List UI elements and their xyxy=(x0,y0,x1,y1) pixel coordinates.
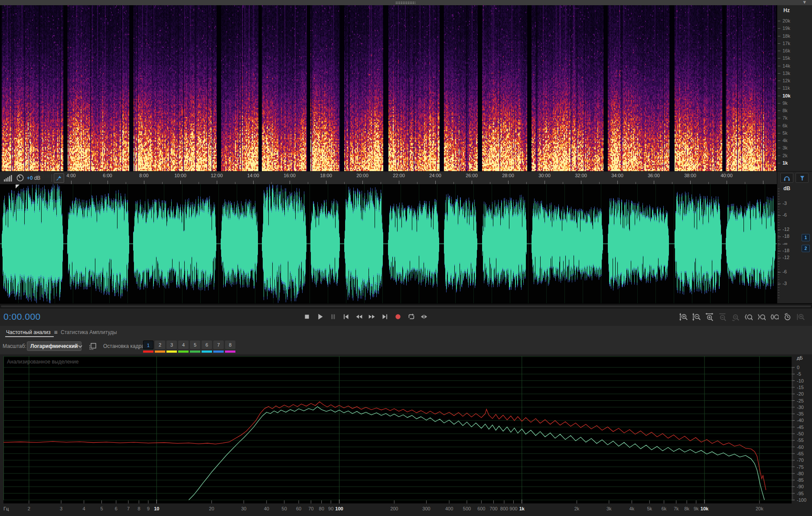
timeline-label: 20:00 xyxy=(353,173,372,178)
plot-x-label: 30 xyxy=(241,506,246,511)
zoom-time-button[interactable] xyxy=(781,311,793,322)
hz-tick xyxy=(778,126,780,126)
db-plot-axis-title: дБ xyxy=(797,355,803,360)
db-tick xyxy=(778,258,781,258)
freeze-frame-4[interactable]: 4 xyxy=(178,341,189,353)
zoom-in-vertical-button[interactable] xyxy=(677,311,689,322)
plot-x-label: 3 xyxy=(60,506,62,511)
play-button[interactable] xyxy=(314,311,326,323)
skip-playhead-button[interactable] xyxy=(418,311,430,323)
drag-handle-dots[interactable] xyxy=(395,1,415,4)
db-tick-label: -12 xyxy=(783,255,789,260)
timeline-label: 6:00 xyxy=(98,173,117,178)
freeze-frame-8[interactable]: 8 xyxy=(225,341,235,353)
timeline-label: 24:00 xyxy=(426,173,445,178)
frequency-ruler[interactable]: Hz 20k19k18k17k16k15k14k13k12k11k10k9k8k… xyxy=(777,5,812,171)
timeline-label: 14:00 xyxy=(244,173,263,178)
hz-tick-label: 17k xyxy=(783,41,790,46)
hz-tick xyxy=(778,96,780,96)
zoom-full-vertical-button[interactable] xyxy=(794,311,806,322)
freeze-frame-color-bar xyxy=(143,350,153,353)
hz-tick-label: 3k xyxy=(783,145,788,150)
plot-x-axis: Гц 2345678910203040506070809010020030040… xyxy=(0,505,795,514)
freeze-frame-5[interactable]: 5 xyxy=(190,341,200,353)
freeze-frame-1[interactable]: 1 xyxy=(143,341,153,353)
timeline-label: 36:00 xyxy=(644,173,663,178)
freeze-frame-6[interactable]: 6 xyxy=(202,341,212,353)
waveform-panel: dB -3-6-12-18-∞-18-12-6-3 12 xyxy=(0,184,812,303)
timeline-ruler[interactable]: 2:004:006:008:0010:0012:0014:0016:0018:0… xyxy=(0,171,812,185)
skip-end-button[interactable] xyxy=(379,311,391,323)
plot-y-axis: дБ 0-5-10-15-20-25-30-35-40-45-50-55-60-… xyxy=(796,354,812,516)
zoom-reset-button[interactable] xyxy=(729,311,741,322)
skip-start-button[interactable] xyxy=(340,311,352,323)
hz-tick-label: 18k xyxy=(783,33,790,39)
db-tick-label: -18 xyxy=(783,234,789,239)
plot-y-label: -35 xyxy=(797,411,804,416)
pause-button[interactable] xyxy=(327,311,339,323)
selection-handle[interactable] xyxy=(16,185,20,188)
hz-tick-label: 16k xyxy=(783,48,790,53)
tab-amplitude-statistics[interactable]: Статистика Амплитуды xyxy=(61,326,117,339)
plot-x-label: 2k xyxy=(574,506,580,511)
waveform-canvas[interactable] xyxy=(0,184,777,303)
pin-tool-button[interactable] xyxy=(796,173,809,183)
frequency-plot[interactable] xyxy=(3,356,792,503)
freeze-frame-number: 3 xyxy=(166,341,177,349)
plot-x-label: 20 xyxy=(209,506,214,511)
fast-forward-button[interactable] xyxy=(366,311,378,323)
loop-playback-button[interactable] xyxy=(405,311,417,323)
zoom-out-horizontal-button[interactable] xyxy=(716,311,728,322)
plot-x-label: 7 xyxy=(127,506,130,511)
db-tick xyxy=(778,284,781,284)
hz-tick xyxy=(778,103,780,104)
plot-x-label: 900 xyxy=(509,506,517,511)
hz-tick-label: 5k xyxy=(783,130,788,136)
scrollbar-thumb[interactable] xyxy=(1,305,811,307)
transport-controls xyxy=(301,311,430,323)
copy-graph-button[interactable] xyxy=(88,342,97,351)
zoom-in-point-button[interactable] xyxy=(742,311,754,322)
plot-y-label: -15 xyxy=(797,385,804,390)
headphones-button[interactable] xyxy=(780,173,793,183)
hz-tick-label: 10k xyxy=(783,93,790,98)
tab-menu-icon[interactable]: ≡ xyxy=(54,329,57,336)
spectrogram-canvas[interactable] xyxy=(0,5,777,171)
db-tick xyxy=(778,237,781,237)
time-display[interactable]: 0:00.000 xyxy=(3,312,41,322)
frequency-plot-panel: Анализированное выделение дБ 0-5-10-15-2… xyxy=(0,354,812,516)
zoom-selection-button[interactable] xyxy=(768,311,780,322)
hud-gain-value[interactable]: +0 xyxy=(27,175,33,181)
rewind-button[interactable] xyxy=(353,311,365,323)
freeze-frame-3[interactable]: 3 xyxy=(166,341,177,353)
amplitude-ruler[interactable]: dB -3-6-12-18-∞-18-12-6-3 12 xyxy=(777,184,812,303)
hz-tick-label: 8k xyxy=(783,108,788,113)
db-tick-label: -3 xyxy=(783,201,787,206)
channel-badge-2[interactable]: 2 xyxy=(802,245,810,252)
plot-x-label: 500 xyxy=(463,506,471,511)
plot-x-label: 300 xyxy=(422,506,430,511)
db-tick xyxy=(778,244,781,244)
tab-frequency-analysis[interactable]: Частотный анализ ≡ xyxy=(6,326,58,339)
zoom-out-point-button[interactable] xyxy=(755,311,767,322)
db-axis-title: dB xyxy=(783,185,790,191)
zoom-out-vertical-button[interactable] xyxy=(690,311,702,322)
scale-dropdown[interactable]: Логарифмический xyxy=(27,341,82,351)
panel-menu-caret-icon[interactable]: ▾ xyxy=(803,0,806,5)
analysis-controls: Масштаб: Логарифмический Остановка кадра… xyxy=(0,339,812,355)
freeze-frame-7[interactable]: 7 xyxy=(213,341,224,353)
hud-pin-button[interactable] xyxy=(54,173,64,183)
record-button[interactable] xyxy=(392,311,404,323)
plot-x-label: 800 xyxy=(500,506,508,511)
hz-tick-label: 15k xyxy=(783,55,790,61)
gain-knob-icon[interactable] xyxy=(16,174,24,182)
timeline-label: 28:00 xyxy=(499,173,518,178)
zoom-in-horizontal-button[interactable] xyxy=(703,311,715,322)
stop-button[interactable] xyxy=(301,311,313,323)
freeze-frame-number: 8 xyxy=(225,341,235,349)
hz-tick xyxy=(778,118,780,118)
freeze-frame-number: 4 xyxy=(178,341,189,349)
plot-x-label: 9k xyxy=(694,506,699,511)
channel-badge-1[interactable]: 1 xyxy=(802,234,810,241)
freeze-frame-2[interactable]: 2 xyxy=(155,341,165,353)
